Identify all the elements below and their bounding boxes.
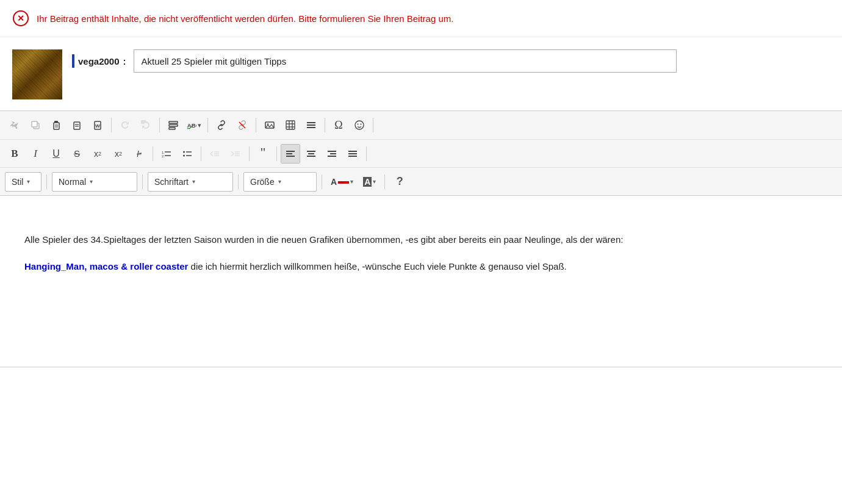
svg-rect-28 bbox=[307, 127, 315, 128]
editor-container: W ABC ▾ bbox=[0, 110, 842, 367]
svg-rect-15 bbox=[169, 124, 178, 126]
user-row: vega2000: bbox=[0, 37, 842, 99]
svg-rect-50 bbox=[308, 153, 314, 154]
help-button[interactable]: ? bbox=[390, 172, 409, 192]
title-input[interactable] bbox=[134, 49, 677, 73]
groesse-dropdown[interactable]: Größe ▾ bbox=[243, 172, 317, 192]
bg-color-button[interactable]: A ▾ bbox=[359, 172, 380, 192]
bold-button[interactable]: B bbox=[5, 144, 24, 164]
font-color-button[interactable]: A ▾ bbox=[327, 172, 357, 192]
stil-dropdown[interactable]: Stil ▾ bbox=[5, 172, 41, 192]
justify-button[interactable] bbox=[343, 144, 362, 164]
sep-3 bbox=[207, 118, 208, 132]
superscript-button[interactable]: x2 bbox=[109, 144, 128, 164]
sep-15 bbox=[322, 175, 322, 189]
sep-2 bbox=[159, 118, 160, 132]
sep-11 bbox=[366, 146, 367, 161]
username-indicator bbox=[72, 54, 74, 68]
find-button[interactable] bbox=[164, 115, 183, 135]
underline-button[interactable]: U bbox=[46, 144, 66, 164]
special-chars-button[interactable]: Ω bbox=[329, 115, 348, 135]
svg-rect-55 bbox=[348, 151, 357, 152]
svg-rect-26 bbox=[307, 122, 315, 123]
svg-rect-54 bbox=[328, 156, 336, 157]
insert-table-button[interactable] bbox=[281, 115, 300, 135]
toolbar-row-2: B I U S x2 x2 Ix 1.2. bbox=[0, 139, 842, 167]
undo-button[interactable] bbox=[115, 115, 135, 135]
italic-button[interactable]: I bbox=[26, 144, 45, 164]
new-members-link[interactable]: Hanging_Man, macos & roller coaster bbox=[24, 261, 188, 272]
svg-rect-57 bbox=[348, 156, 357, 157]
indent-button[interactable] bbox=[226, 144, 245, 164]
strikethrough-button[interactable]: S bbox=[67, 144, 87, 164]
horizontal-rule-button[interactable] bbox=[301, 115, 321, 135]
ordered-list-button[interactable]: 1.2. bbox=[157, 144, 176, 164]
cut-button[interactable] bbox=[5, 115, 24, 135]
svg-rect-14 bbox=[169, 121, 178, 123]
insert-image-button[interactable] bbox=[260, 115, 279, 135]
spellcheck-button[interactable]: ABC ▾ bbox=[184, 115, 204, 135]
insert-link-button[interactable] bbox=[212, 115, 231, 135]
error-banner: ✕ Ihr Beitrag enthält Inhalte, die nicht… bbox=[0, 0, 842, 37]
svg-point-29 bbox=[355, 121, 364, 129]
svg-rect-56 bbox=[348, 153, 357, 154]
unordered-list-button[interactable] bbox=[178, 144, 197, 164]
align-center-button[interactable] bbox=[301, 144, 321, 164]
svg-rect-53 bbox=[330, 153, 336, 154]
svg-rect-46 bbox=[286, 151, 295, 152]
avatar bbox=[12, 49, 62, 99]
align-right-button[interactable] bbox=[322, 144, 342, 164]
toolbar-row-1: W ABC ▾ bbox=[0, 111, 842, 139]
sep-16 bbox=[384, 175, 385, 189]
sep-9 bbox=[249, 146, 250, 161]
svg-text:ABC: ABC bbox=[187, 122, 196, 129]
remove-format-button[interactable]: Ix bbox=[129, 144, 149, 164]
subscript-button[interactable]: x2 bbox=[88, 144, 107, 164]
sep-8 bbox=[201, 146, 201, 161]
svg-point-38 bbox=[183, 154, 185, 156]
toolbar-row-3: Stil ▾ Normal ▾ Schriftart ▾ Größe ▾ bbox=[0, 167, 842, 195]
copy-button[interactable] bbox=[26, 115, 45, 135]
svg-point-36 bbox=[183, 151, 185, 153]
content-paragraph-1: Alle Spieler des 34.Spieltages der letzt… bbox=[24, 232, 818, 247]
svg-rect-48 bbox=[286, 156, 295, 157]
svg-rect-51 bbox=[307, 156, 315, 157]
error-icon: ✕ bbox=[12, 10, 29, 27]
svg-text:2.: 2. bbox=[162, 154, 165, 158]
paste-word-button[interactable]: W bbox=[88, 115, 107, 135]
remove-link-button[interactable] bbox=[232, 115, 252, 135]
align-left-button[interactable] bbox=[281, 144, 300, 164]
outdent-button[interactable] bbox=[205, 144, 225, 164]
sep-14 bbox=[238, 175, 239, 189]
sep-10 bbox=[276, 146, 277, 161]
username-label: vega2000 bbox=[78, 56, 120, 67]
sep-7 bbox=[153, 146, 153, 161]
toolbar: W ABC ▾ bbox=[0, 111, 842, 196]
username-area: vega2000: bbox=[72, 49, 830, 73]
sep-13 bbox=[142, 175, 143, 189]
svg-text:W: W bbox=[95, 123, 100, 129]
svg-rect-49 bbox=[307, 151, 315, 152]
username-colon: : bbox=[123, 56, 126, 67]
svg-rect-27 bbox=[307, 124, 315, 126]
blockquote-button[interactable]: " bbox=[253, 144, 273, 164]
svg-rect-21 bbox=[286, 121, 295, 129]
svg-rect-6 bbox=[54, 121, 58, 123]
sep-4 bbox=[256, 118, 256, 132]
schriftart-dropdown[interactable]: Schriftart ▾ bbox=[148, 172, 233, 192]
paste-button[interactable] bbox=[46, 115, 66, 135]
content-paragraph-2: Hanging_Man, macos & roller coaster die … bbox=[24, 259, 818, 274]
redo-button[interactable] bbox=[136, 115, 156, 135]
paste-plain-button[interactable] bbox=[67, 115, 87, 135]
editor-content[interactable]: Alle Spieler des 34.Spieltages der letzt… bbox=[0, 196, 842, 367]
svg-rect-16 bbox=[169, 128, 175, 129]
svg-text:✕: ✕ bbox=[17, 13, 24, 23]
svg-rect-52 bbox=[328, 151, 336, 152]
normal-dropdown[interactable]: Normal ▾ bbox=[52, 172, 137, 192]
sep-12 bbox=[46, 175, 47, 189]
svg-rect-47 bbox=[286, 153, 292, 154]
svg-rect-9 bbox=[74, 122, 80, 129]
emoticon-button[interactable] bbox=[350, 115, 369, 135]
sep-1 bbox=[111, 118, 112, 132]
error-message: Ihr Beitrag enthält Inhalte, die nicht v… bbox=[37, 12, 453, 25]
